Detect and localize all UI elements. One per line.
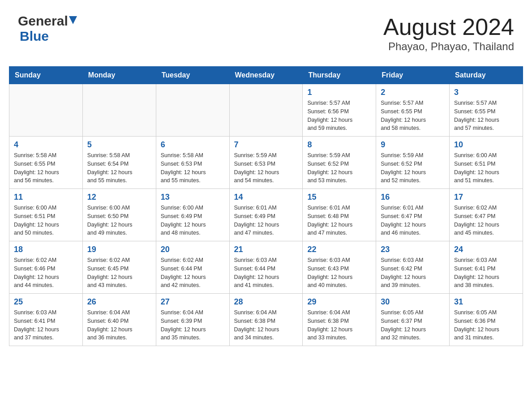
calendar-cell: 2Sunrise: 5:57 AMSunset: 6:55 PMDaylight…	[376, 84, 450, 137]
weekday-header-thursday: Thursday	[303, 67, 376, 84]
calendar-cell: 31Sunrise: 6:05 AMSunset: 6:36 PMDayligh…	[450, 294, 523, 346]
day-info: Sunrise: 5:57 AMSunset: 6:56 PMDaylight:…	[307, 99, 371, 133]
day-number: 31	[454, 297, 518, 307]
day-info: Sunrise: 5:58 AMSunset: 6:54 PMDaylight:…	[87, 151, 151, 185]
day-number: 8	[307, 140, 371, 150]
day-info: Sunrise: 6:03 AMSunset: 6:41 PMDaylight:…	[454, 256, 518, 290]
day-info: Sunrise: 5:58 AMSunset: 6:53 PMDaylight:…	[161, 151, 225, 185]
calendar-cell: 24Sunrise: 6:03 AMSunset: 6:41 PMDayligh…	[450, 241, 523, 294]
day-number: 26	[87, 297, 151, 307]
calendar-cell	[9, 84, 83, 137]
calendar-cell: 18Sunrise: 6:02 AMSunset: 6:46 PMDayligh…	[9, 241, 83, 294]
weekday-header-monday: Monday	[82, 67, 156, 84]
weekday-header-row: SundayMondayTuesdayWednesdayThursdayFrid…	[9, 67, 523, 84]
calendar-cell: 20Sunrise: 6:02 AMSunset: 6:44 PMDayligh…	[156, 241, 229, 294]
day-number: 18	[14, 245, 78, 254]
calendar-title: August 2024	[383, 13, 514, 40]
calendar-cell: 9Sunrise: 5:59 AMSunset: 6:52 PMDaylight…	[376, 137, 450, 189]
calendar-cell: 26Sunrise: 6:04 AMSunset: 6:40 PMDayligh…	[82, 294, 156, 346]
weekday-header-tuesday: Tuesday	[156, 67, 229, 84]
day-number: 23	[381, 245, 445, 254]
day-info: Sunrise: 6:04 AMSunset: 6:40 PMDaylight:…	[87, 308, 151, 342]
calendar-cell: 13Sunrise: 6:00 AMSunset: 6:49 PMDayligh…	[156, 189, 229, 241]
calendar-cell: 16Sunrise: 6:01 AMSunset: 6:47 PMDayligh…	[376, 189, 450, 241]
week-row-1: 1Sunrise: 5:57 AMSunset: 6:56 PMDaylight…	[9, 84, 523, 137]
calendar-cell: 25Sunrise: 6:03 AMSunset: 6:41 PMDayligh…	[9, 294, 83, 346]
day-number: 22	[307, 245, 371, 254]
day-info: Sunrise: 6:02 AMSunset: 6:45 PMDaylight:…	[87, 256, 151, 290]
weekday-header-saturday: Saturday	[450, 67, 523, 84]
day-info: Sunrise: 6:05 AMSunset: 6:36 PMDaylight:…	[454, 308, 518, 342]
day-info: Sunrise: 6:04 AMSunset: 6:38 PMDaylight:…	[307, 308, 371, 342]
logo-arrow-icon	[69, 16, 77, 24]
day-info: Sunrise: 6:03 AMSunset: 6:42 PMDaylight:…	[381, 256, 445, 290]
day-number: 13	[161, 193, 225, 202]
day-number: 5	[87, 140, 151, 150]
day-info: Sunrise: 5:59 AMSunset: 6:52 PMDaylight:…	[307, 151, 371, 185]
week-row-5: 25Sunrise: 6:03 AMSunset: 6:41 PMDayligh…	[9, 294, 523, 346]
day-number: 17	[454, 193, 518, 202]
calendar-cell: 28Sunrise: 6:04 AMSunset: 6:38 PMDayligh…	[229, 294, 303, 346]
day-number: 2	[381, 88, 445, 97]
day-info: Sunrise: 6:04 AMSunset: 6:38 PMDaylight:…	[234, 308, 298, 342]
day-number: 14	[234, 193, 298, 202]
day-info: Sunrise: 5:57 AMSunset: 6:55 PMDaylight:…	[381, 99, 445, 133]
day-number: 24	[454, 245, 518, 254]
day-info: Sunrise: 6:01 AMSunset: 6:49 PMDaylight:…	[234, 204, 298, 237]
day-info: Sunrise: 6:00 AMSunset: 6:49 PMDaylight:…	[161, 204, 225, 237]
day-number: 19	[87, 245, 151, 254]
calendar-cell: 4Sunrise: 5:58 AMSunset: 6:55 PMDaylight…	[9, 137, 83, 189]
weekday-header-sunday: Sunday	[9, 67, 83, 84]
day-info: Sunrise: 6:03 AMSunset: 6:44 PMDaylight:…	[234, 256, 298, 290]
day-number: 9	[381, 140, 445, 150]
day-number: 7	[234, 140, 298, 150]
day-number: 30	[381, 297, 445, 307]
logo-general: General	[18, 13, 68, 29]
week-row-4: 18Sunrise: 6:02 AMSunset: 6:46 PMDayligh…	[9, 241, 523, 294]
day-info: Sunrise: 6:04 AMSunset: 6:39 PMDaylight:…	[161, 308, 225, 342]
calendar-cell: 10Sunrise: 6:00 AMSunset: 6:51 PMDayligh…	[450, 137, 523, 189]
calendar-table: SundayMondayTuesdayWednesdayThursdayFrid…	[9, 66, 523, 346]
day-info: Sunrise: 6:02 AMSunset: 6:44 PMDaylight:…	[161, 256, 225, 290]
day-number: 12	[87, 193, 151, 202]
day-number: 28	[234, 297, 298, 307]
calendar-cell: 14Sunrise: 6:01 AMSunset: 6:49 PMDayligh…	[229, 189, 303, 241]
week-row-2: 4Sunrise: 5:58 AMSunset: 6:55 PMDaylight…	[9, 137, 523, 189]
week-row-3: 11Sunrise: 6:00 AMSunset: 6:51 PMDayligh…	[9, 189, 523, 241]
day-info: Sunrise: 6:01 AMSunset: 6:47 PMDaylight:…	[381, 204, 445, 237]
calendar-cell: 12Sunrise: 6:00 AMSunset: 6:50 PMDayligh…	[82, 189, 156, 241]
day-number: 1	[307, 88, 371, 97]
day-number: 29	[307, 297, 371, 307]
day-info: Sunrise: 6:00 AMSunset: 6:51 PMDaylight:…	[454, 151, 518, 185]
day-info: Sunrise: 6:03 AMSunset: 6:41 PMDaylight:…	[14, 308, 78, 342]
calendar-cell: 1Sunrise: 5:57 AMSunset: 6:56 PMDaylight…	[303, 84, 376, 137]
calendar-cell: 11Sunrise: 6:00 AMSunset: 6:51 PMDayligh…	[9, 189, 83, 241]
day-info: Sunrise: 6:03 AMSunset: 6:43 PMDaylight:…	[307, 256, 371, 290]
day-info: Sunrise: 6:01 AMSunset: 6:48 PMDaylight:…	[307, 204, 371, 237]
day-info: Sunrise: 5:59 AMSunset: 6:52 PMDaylight:…	[381, 151, 445, 185]
svg-marker-0	[69, 16, 77, 24]
day-info: Sunrise: 6:02 AMSunset: 6:47 PMDaylight:…	[454, 204, 518, 237]
calendar-cell: 5Sunrise: 5:58 AMSunset: 6:54 PMDaylight…	[82, 137, 156, 189]
calendar-cell	[82, 84, 156, 137]
calendar-cell: 15Sunrise: 6:01 AMSunset: 6:48 PMDayligh…	[303, 189, 376, 241]
calendar-cell: 3Sunrise: 5:57 AMSunset: 6:55 PMDaylight…	[450, 84, 523, 137]
logo-blue: Blue	[20, 29, 49, 43]
calendar-cell: 7Sunrise: 5:59 AMSunset: 6:53 PMDaylight…	[229, 137, 303, 189]
day-info: Sunrise: 6:02 AMSunset: 6:46 PMDaylight:…	[14, 256, 78, 290]
calendar-cell: 21Sunrise: 6:03 AMSunset: 6:44 PMDayligh…	[229, 241, 303, 294]
day-number: 3	[454, 88, 518, 97]
calendar-cell	[156, 84, 229, 137]
title-section: August 2024 Phayao, Phayao, Thailand	[383, 13, 514, 53]
calendar-cell: 23Sunrise: 6:03 AMSunset: 6:42 PMDayligh…	[376, 241, 450, 294]
day-number: 16	[381, 193, 445, 202]
calendar-cell: 6Sunrise: 5:58 AMSunset: 6:53 PMDaylight…	[156, 137, 229, 189]
weekday-header-wednesday: Wednesday	[229, 67, 303, 84]
calendar-cell: 8Sunrise: 5:59 AMSunset: 6:52 PMDaylight…	[303, 137, 376, 189]
calendar-cell: 29Sunrise: 6:04 AMSunset: 6:38 PMDayligh…	[303, 294, 376, 346]
day-number: 25	[14, 297, 78, 307]
day-number: 6	[161, 140, 225, 150]
day-info: Sunrise: 5:59 AMSunset: 6:53 PMDaylight:…	[234, 151, 298, 185]
calendar-subtitle: Phayao, Phayao, Thailand	[383, 40, 514, 53]
day-info: Sunrise: 5:57 AMSunset: 6:55 PMDaylight:…	[454, 99, 518, 133]
